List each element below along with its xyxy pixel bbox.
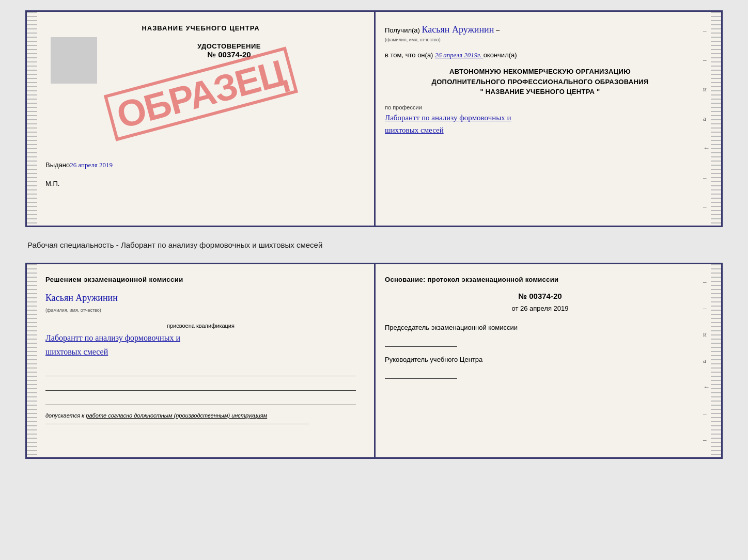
- dopuskaetsya-line: допускается к работе согласно должностны…: [45, 412, 356, 419]
- ot-prefix: от: [511, 305, 518, 312]
- professi-hw1: Лаборантт по анализу формовочных и: [385, 111, 695, 124]
- bottom-certificate-book: Решением экзаменационной комиссии Касьян…: [25, 263, 723, 459]
- bottom-right-panel: Основание: протокол экзаменационной коми…: [370, 264, 721, 457]
- dash1: –: [496, 26, 500, 34]
- vtom-prefix: в том, что он(а): [385, 51, 433, 59]
- prisvoena-block: присвоена квалификация Лаборантт по анал…: [45, 323, 356, 359]
- qual-hw2: шихтовых смесей: [45, 345, 356, 359]
- udost-label: УДОСТОВЕРЕНИЕ: [102, 42, 356, 50]
- right-margin-lines: – – и а ← – –: [703, 12, 710, 226]
- obrazec-stamp: ОБРАЗЕЦ: [103, 46, 298, 141]
- professi-block: по профессии Лаборантт по анализу формов…: [385, 104, 695, 136]
- bottom-right-spine: [711, 264, 721, 457]
- right-spine: [711, 12, 721, 226]
- org-quote1: ": [480, 88, 483, 95]
- org-line2: ДОПОЛНИТЕЛЬНОГО ПРОФЕССИОНАЛЬНОГО ОБРАЗО…: [385, 77, 695, 87]
- qual-hw1: Лаборантт по анализу формовочных и: [45, 331, 356, 345]
- ot-date: от 26 апреля 2019: [385, 305, 695, 313]
- protocol-number: № 00374-20: [385, 292, 695, 300]
- rukovoditel-block: Руководитель учебного Центра: [385, 355, 695, 379]
- osnovanie-line: Основание: протокол экзаменационной коми…: [385, 276, 695, 283]
- sig-line-3: [45, 394, 356, 405]
- vtom-date: 26 апреля 2019г.: [435, 51, 484, 59]
- okonchil: окончил(а): [484, 51, 517, 59]
- resheniem-line: Решением экзаменационной комиссии: [45, 276, 356, 283]
- rukovoditel-sig-line: [385, 367, 457, 379]
- professi-hw2: шихтовых смесей: [385, 124, 695, 136]
- dopuskaetsya-prefix: допускается к: [45, 412, 84, 419]
- dopuskaetsya-underline: [45, 424, 309, 424]
- bottom-right-margin-lines: – – и а ← – –: [703, 264, 710, 457]
- professi-label: по профессии: [385, 104, 695, 110]
- sig-line-2: [45, 379, 356, 391]
- specialty-line: Рабочая специальность - Лаборант по анал…: [25, 236, 723, 253]
- vtom-line: в том, что он(а) 26 апреля 2019г. окончи…: [385, 51, 695, 59]
- cert-left-panel: НАЗВАНИЕ УЧЕБНОГО ЦЕНТРА УДОСТОВЕРЕНИЕ №…: [27, 12, 370, 226]
- fio-small-bottom: (фамилия, имя, отчество): [45, 308, 101, 313]
- vydano-line: Выдано26 апреля 2019: [45, 161, 356, 169]
- prisvoena-label: присвоена квалификация: [45, 323, 356, 329]
- org-name-line: " НАЗВАНИЕ УЧЕБНОГО ЦЕНТРА ": [385, 87, 695, 97]
- sig-line-1: [45, 365, 356, 376]
- name-hw: Касьян Аружинин: [45, 293, 118, 303]
- fio-label-top: (фамилия, имя, отчество): [385, 37, 441, 42]
- mp-line: М.П.: [45, 180, 356, 187]
- page-wrapper: НАЗВАНИЕ УЧЕБНОГО ЦЕНТРА УДОСТОВЕРЕНИЕ №…: [25, 10, 723, 459]
- org-quote2: ": [597, 88, 600, 95]
- vydano-prefix: Выдано: [45, 161, 70, 169]
- ot-date-value: 26 апреля 2019: [520, 305, 569, 312]
- org-block: АВТОНОМНУЮ НЕКОММЕРЧЕСКУЮ ОРГАНИЗАЦИЮ ДО…: [385, 67, 695, 97]
- udostoverenie-block: УДОСТОВЕРЕНИЕ № 00374-20: [102, 42, 356, 59]
- rukovoditel-label: Руководитель учебного Центра: [385, 355, 695, 364]
- org-line1: АВТОНОМНУЮ НЕКОММЕРЧЕСКУЮ ОРГАНИЗАЦИЮ: [385, 67, 695, 77]
- dopuskaetsya-text: работе согласно должностным (производств…: [86, 412, 267, 419]
- poluchil-line: Получил(а) Касьян Аружинин – (фамилия, и…: [385, 24, 695, 43]
- org-center-name: НАЗВАНИЕ УЧЕБНОГО ЦЕНТРА: [486, 88, 595, 95]
- poluchil-name: Касьян Аружинин: [422, 24, 494, 35]
- seal-placeholder: [51, 37, 97, 84]
- poluchil-prefix: Получил(а): [385, 26, 420, 34]
- cert-right-panel: Получил(а) Касьян Аружинин – (фамилия, и…: [370, 12, 721, 226]
- udost-number: № 00374-20: [102, 50, 356, 59]
- cert-title: НАЗВАНИЕ УЧЕБНОГО ЦЕНТРА: [45, 24, 356, 32]
- top-certificate-book: НАЗВАНИЕ УЧЕБНОГО ЦЕНТРА УДОСТОВЕРЕНИЕ №…: [25, 10, 723, 227]
- predsedatel-sig-line: [385, 335, 457, 347]
- name-line: Касьян Аружинин (фамилия, имя, отчество): [45, 293, 356, 314]
- bottom-left-panel: Решением экзаменационной комиссии Касьян…: [27, 264, 370, 457]
- signature-lines: [45, 365, 356, 405]
- predsedatel-block: Председатель экзаменационной комиссии: [385, 323, 695, 347]
- vydano-date: 26 апреля 2019: [70, 161, 113, 169]
- predsedatel-label: Председатель экзаменационной комиссии: [385, 323, 695, 332]
